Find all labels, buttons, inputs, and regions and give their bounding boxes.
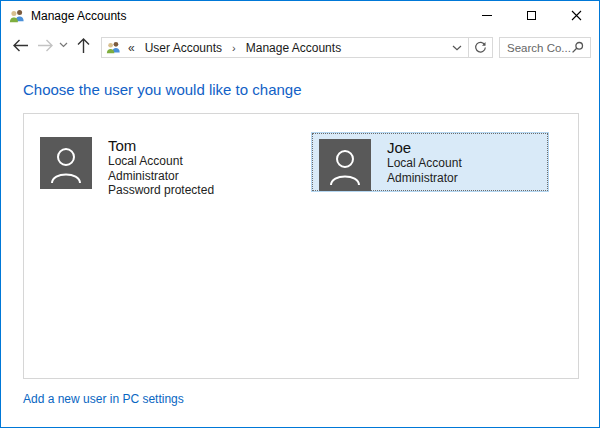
chevron-down-icon	[59, 42, 68, 48]
user-accounts-icon	[9, 8, 25, 24]
page-title: Choose the user you would like to change	[23, 81, 302, 98]
manage-accounts-window: Manage Accounts	[0, 0, 600, 428]
content-area: Choose the user you would like to change…	[1, 61, 599, 428]
maximize-button[interactable]	[509, 1, 554, 30]
avatar	[319, 139, 371, 191]
user-detail: Administrator	[387, 171, 462, 186]
recent-pages-dropdown[interactable]	[56, 30, 70, 60]
breadcrumb-item-manage-accounts[interactable]: Manage Accounts	[244, 41, 343, 55]
address-bar[interactable]: « User Accounts › Manage Accounts	[101, 37, 493, 58]
add-new-user-link[interactable]: Add a new user in PC settings	[23, 392, 184, 406]
chevron-down-icon	[452, 45, 462, 51]
up-button[interactable]	[72, 30, 94, 60]
window-title: Manage Accounts	[31, 9, 126, 23]
breadcrumb: « User Accounts › Manage Accounts	[128, 41, 446, 55]
minimize-button[interactable]	[464, 1, 509, 30]
avatar	[40, 137, 92, 189]
search-box	[499, 37, 591, 58]
address-dropdown-button[interactable]	[446, 38, 468, 57]
user-info: Joe Local Account Administrator	[387, 139, 462, 185]
search-input[interactable]	[500, 42, 571, 54]
user-detail: Local Account	[108, 154, 214, 169]
close-icon	[571, 10, 582, 21]
user-tile-tom[interactable]: Tom Local Account Administrator Password…	[32, 131, 296, 195]
navigation-toolbar: « User Accounts › Manage Accounts	[1, 30, 599, 61]
close-button[interactable]	[554, 1, 599, 30]
refresh-button[interactable]	[468, 38, 492, 57]
forward-button[interactable]	[34, 30, 56, 60]
back-button[interactable]	[9, 30, 31, 60]
breadcrumb-item-user-accounts[interactable]: User Accounts	[143, 41, 224, 55]
user-detail: Local Account	[387, 156, 462, 171]
user-detail: Administrator	[108, 169, 214, 184]
breadcrumb-separator-icon[interactable]: ›	[232, 42, 236, 54]
user-name: Joe	[387, 139, 462, 156]
breadcrumb-collapsed-marker[interactable]: «	[128, 41, 135, 55]
caption-buttons	[464, 1, 599, 30]
user-accounts-icon	[106, 40, 121, 55]
search-icon[interactable]	[571, 41, 584, 54]
refresh-icon	[474, 41, 487, 54]
user-detail: Password protected	[108, 183, 214, 198]
user-list: Tom Local Account Administrator Password…	[23, 113, 579, 379]
user-tile-joe-selected[interactable]: Joe Local Account Administrator	[312, 133, 548, 191]
back-arrow-icon	[12, 38, 29, 53]
user-info: Tom Local Account Administrator Password…	[108, 137, 214, 198]
user-name: Tom	[108, 137, 214, 154]
title-bar: Manage Accounts	[1, 1, 599, 30]
minimize-icon	[482, 15, 492, 16]
maximize-icon	[527, 11, 536, 20]
up-arrow-icon	[76, 37, 91, 54]
forward-arrow-icon	[37, 38, 54, 53]
